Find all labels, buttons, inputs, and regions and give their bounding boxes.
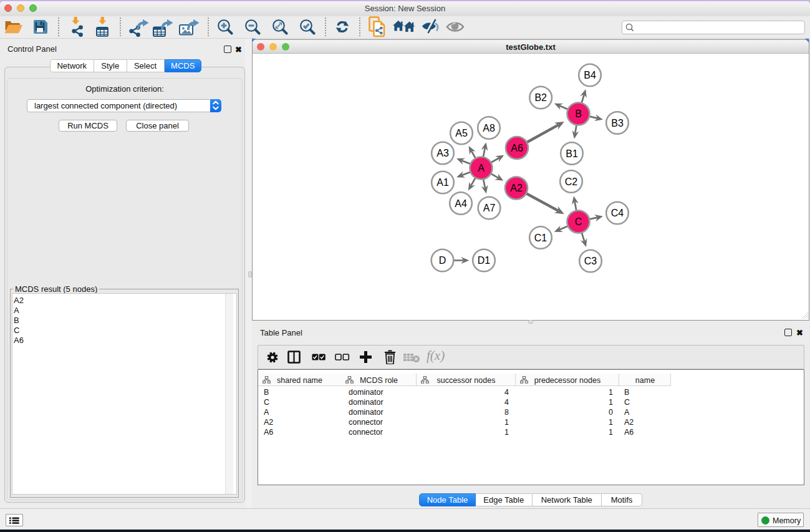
svg-text:C: C	[575, 216, 582, 227]
svg-text:A5: A5	[455, 128, 468, 138]
svg-text:A3: A3	[436, 148, 449, 158]
svg-text:C2: C2	[565, 177, 578, 187]
svg-text:B2: B2	[534, 92, 547, 103]
svg-text:C4: C4	[611, 208, 624, 218]
svg-text:C1: C1	[534, 233, 547, 243]
svg-text:D1: D1	[478, 255, 491, 266]
svg-text:A2: A2	[510, 183, 523, 193]
svg-text:C3: C3	[584, 256, 597, 266]
svg-text:B: B	[575, 109, 582, 119]
svg-text:A7: A7	[483, 203, 496, 213]
svg-text:B1: B1	[566, 148, 578, 159]
svg-text:A4: A4	[455, 198, 467, 209]
svg-text:A1: A1	[436, 177, 449, 188]
svg-text:B3: B3	[611, 118, 624, 128]
svg-text:A6: A6	[511, 143, 523, 153]
svg-text:D: D	[439, 255, 446, 266]
svg-text:A8: A8	[483, 123, 495, 133]
svg-text:A: A	[478, 163, 485, 173]
svg-text:B4: B4	[584, 70, 596, 80]
